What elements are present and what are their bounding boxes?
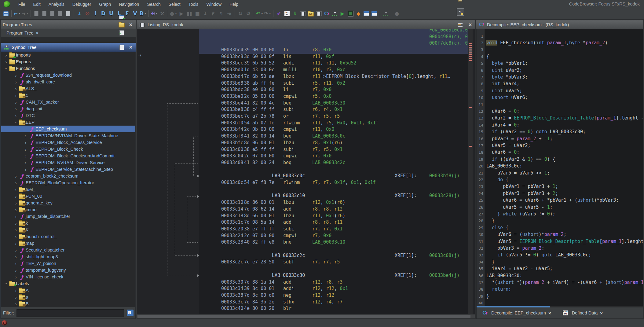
tree-item-eeprom-block-access-service[interactable]: ›ƒEEPROM_Block_Access_Service [1, 139, 135, 146]
expander-icon[interactable]: › [13, 227, 18, 233]
expander-icon[interactable]: › [13, 187, 18, 192]
tree-item-eep[interactable]: ›EEP [1, 119, 135, 126]
decompile-code[interactable]: 12void EEP_checksum(int param_1,byte *pa… [477, 29, 643, 306]
expander-icon[interactable]: › [13, 207, 18, 212]
decompile-line[interactable]: 35 iVar4 = uVar2 - uVar5; [477, 266, 643, 273]
decompile-line[interactable]: 32 pbVar3 = param_2; [477, 245, 643, 252]
filter-input[interactable] [16, 309, 124, 317]
menu-edit[interactable]: Edit [33, 2, 41, 7]
tree-item-eeprom-blockoperation-iterator[interactable]: ›ƒEEPROM_BlockOperation_Iterator [1, 179, 135, 186]
expander-icon[interactable]: › [13, 234, 18, 239]
expander-icon[interactable]: › [13, 100, 18, 105]
go-next-icon[interactable]: ↓ [75, 10, 83, 18]
decompile-line[interactable]: 3 [477, 47, 643, 53]
listing-row[interactable]: 00033c3c7d 84 3b 2esthxr12, r4, r7 [199, 299, 469, 306]
tree-item-als-[interactable]: ›ALS_ [1, 85, 135, 92]
tree-item--34-request-download[interactable]: ›ƒ$34_request_download [1, 72, 135, 79]
menu-search[interactable]: Search [147, 2, 160, 7]
decompile-line[interactable]: 33 if (uVar5 != 0) goto LAB_00033c0c; [477, 252, 643, 259]
dropdown-caret-icon[interactable]: ▼ [269, 12, 271, 15]
listing-row[interactable]: 00033be838 c4 ff ffsubir6, r4, 0x1 [199, 107, 469, 113]
dropdown-caret-icon[interactable]: ▼ [144, 12, 147, 15]
listing-row[interactable]: 00033c2c7c e7 28 50subfr7, r7, r5 [199, 259, 469, 266]
function-graph-icon[interactable] [331, 10, 338, 18]
listing-label-row[interactable]: LAB_00033c10XREF[1]:00033c28(j) [199, 193, 469, 200]
decompile-line[interactable]: 7 byte *pbVar3; [477, 74, 643, 81]
decompile-line[interactable]: 38 return; [477, 286, 643, 293]
listing-content[interactable]: ⇒ FUN_000310c0.00000b4988(c), 000000f7dc… [137, 29, 475, 314]
decompile-line[interactable]: 15 if (uVar2 == 0) goto LAB_00033c30; [477, 129, 643, 136]
decompile-line[interactable]: 37 *(ushort *)(param_2 + iVar4) = -(uVar… [477, 280, 643, 286]
bytes-view-icon[interactable]: 10⁰01 [283, 10, 291, 18]
decompile-line[interactable]: 1 [477, 33, 643, 40]
undefine-icon[interactable]: U [107, 10, 115, 18]
listing-row[interactable]: 00033c042c 07 00 00cmpwir7, 0x0 [199, 153, 469, 160]
expander-icon[interactable]: › [13, 301, 18, 307]
expander-icon[interactable]: › [13, 288, 18, 293]
xref-address[interactable]: 00033c08(j) [429, 253, 459, 258]
xref-address[interactable]: 00033c28(j) [429, 193, 459, 198]
tree-item-eeprom-block-check[interactable]: ›ƒEEPROM_Block_Check [1, 146, 135, 152]
xref-address[interactable]: 00033bf8(j) [429, 173, 459, 178]
listing-row[interactable]: 00033c404e 80 00 20blr [199, 306, 469, 312]
data-type-manager-icon[interactable]: DT [307, 10, 315, 18]
expander-icon[interactable]: › [13, 180, 18, 186]
listing-row[interactable]: 00033c1c7d 08 5a 14addr8, r8, r11 [199, 219, 469, 226]
tree-item-als-dwell-core[interactable]: ›ƒals_dwell_core [1, 79, 135, 85]
decompile-line[interactable]: 25 uVar6 = uVar6 + *pbVar1 + (ushort)*pb… [477, 197, 643, 204]
expander-icon[interactable]: › [4, 53, 9, 58]
filter-options-icon[interactable] [127, 310, 134, 316]
import-icon[interactable]: ⇩ [291, 10, 299, 18]
decompile-line[interactable]: 26 uVar5 = uVar5 - 1; [477, 204, 643, 211]
tree-item-diag-init[interactable]: ›ƒdiag_init [1, 105, 135, 112]
expander-icon[interactable]: › [13, 254, 18, 259]
decompile-line[interactable]: 17 uVar5 = uVar2; [477, 143, 643, 149]
stop-icon[interactable]: ■ [193, 10, 201, 18]
paste-icon[interactable] [456, 0, 465, 3]
world-help-icon[interactable]: ● [393, 10, 401, 18]
xref-address[interactable]: 00033be4(j) [429, 273, 459, 278]
listing-row[interactable]: 00033c3439 8c 00 01addir12, r12, 0x1 [199, 286, 469, 292]
close-icon[interactable]: × [128, 44, 134, 51]
expander-icon[interactable]: › [13, 241, 18, 246]
analysis-status-icon[interactable] [2, 320, 7, 325]
save-icon[interactable] [2, 10, 10, 18]
expander-icon[interactable]: › [4, 281, 9, 286]
tab-close-icon[interactable]: × [548, 310, 551, 316]
listing-hscrollbar[interactable] [137, 314, 475, 318]
table-view-icon[interactable] [362, 10, 370, 18]
tree-item-k[interactable]: ›k [1, 220, 135, 226]
expander-icon[interactable]: › [13, 274, 18, 280]
decompile-line[interactable]: 19 if ((uVar2 & 1) == 0) { [477, 156, 643, 163]
listing-label-row[interactable]: LAB_00033c30XREF[1]:00033be4(j) [199, 273, 469, 279]
listing-row[interactable]: 00033c307d 88 1a 14addr12, r8, r3 [199, 279, 469, 286]
decompile-line[interactable]: 10 ushort uVar6; [477, 95, 643, 101]
decompile-line[interactable]: 16 pbVar3 = param_2 + -1; [477, 136, 643, 143]
hscroll-thumb[interactable] [137, 315, 470, 318]
tree-item-c[interactable]: ›c [1, 92, 135, 99]
tree-item-jump-table-dispatcher[interactable]: ›ƒjump_table_dispatcher [1, 213, 135, 220]
expander-icon[interactable]: › [23, 160, 28, 165]
decompile-line[interactable]: 4{ [477, 54, 643, 61]
copy-icon[interactable] [48, 10, 56, 18]
tree-item-tempomat-fuggveny[interactable]: ›ƒtempomat_fuggveny [1, 267, 135, 274]
decompile-line[interactable]: 20LAB_00033c0c: [477, 163, 643, 170]
call-tree-icon[interactable] [382, 10, 390, 18]
instruction-info-icon[interactable]: I [91, 10, 99, 18]
menu-window[interactable]: Window [206, 2, 221, 7]
dropdown-caret-icon[interactable]: ▼ [156, 12, 158, 15]
tree-item-eeprom-block2-checksum[interactable]: ›ƒeeprom_block2_checksum [1, 173, 135, 179]
decompile-line[interactable]: 18 uVar6 = 0; [477, 149, 643, 156]
restart-icon[interactable]: ↻ [236, 10, 244, 18]
listing-row[interactable]: 00033bd838 ab ff fesubir5, r11, 0x2 [199, 80, 469, 87]
dropdown-caret-icon[interactable]: ▼ [18, 12, 21, 15]
tree-item-tef-w-poison[interactable]: ›ƒTEF_W_poison [1, 260, 135, 267]
tree-item-exports[interactable]: ›Exports [1, 58, 135, 65]
decompile-line[interactable]: 5 byte *pbVar1; [477, 61, 643, 67]
menu-help[interactable]: Help [229, 2, 238, 7]
listing-row[interactable]: 00033bcc39 6b 5d 52addir11, r11, 0x5d52 [199, 60, 469, 67]
expander-icon[interactable]: › [23, 140, 28, 145]
bookmark-icon[interactable]: ◆ [354, 10, 362, 18]
decompile-line[interactable]: 36LAB_00033c30: [477, 273, 643, 280]
decompile-line[interactable]: 14 iVar4 = 0; [477, 122, 643, 129]
